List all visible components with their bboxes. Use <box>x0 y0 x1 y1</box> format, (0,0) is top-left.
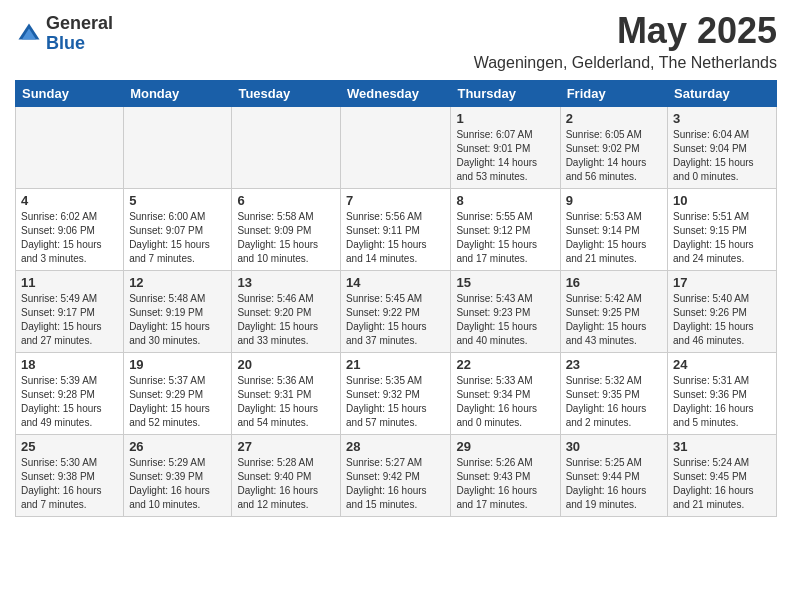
day-number: 27 <box>237 439 335 454</box>
day-number: 17 <box>673 275 771 290</box>
day-number: 2 <box>566 111 662 126</box>
day-info: Sunrise: 5:37 AM Sunset: 9:29 PM Dayligh… <box>129 374 226 430</box>
calendar-body: 1Sunrise: 6:07 AM Sunset: 9:01 PM Daylig… <box>16 107 777 517</box>
day-info: Sunrise: 5:33 AM Sunset: 9:34 PM Dayligh… <box>456 374 554 430</box>
day-number: 9 <box>566 193 662 208</box>
day-info: Sunrise: 5:31 AM Sunset: 9:36 PM Dayligh… <box>673 374 771 430</box>
calendar-week-1: 1Sunrise: 6:07 AM Sunset: 9:01 PM Daylig… <box>16 107 777 189</box>
day-number: 26 <box>129 439 226 454</box>
table-row: 31Sunrise: 5:24 AM Sunset: 9:45 PM Dayli… <box>668 435 777 517</box>
col-sunday: Sunday <box>16 81 124 107</box>
table-row: 2Sunrise: 6:05 AM Sunset: 9:02 PM Daylig… <box>560 107 667 189</box>
day-info: Sunrise: 5:45 AM Sunset: 9:22 PM Dayligh… <box>346 292 445 348</box>
logo: General Blue <box>15 14 113 54</box>
day-number: 22 <box>456 357 554 372</box>
title-block: May 2025 Wageningen, Gelderland, The Net… <box>474 10 777 72</box>
day-info: Sunrise: 5:27 AM Sunset: 9:42 PM Dayligh… <box>346 456 445 512</box>
day-info: Sunrise: 5:40 AM Sunset: 9:26 PM Dayligh… <box>673 292 771 348</box>
day-info: Sunrise: 6:02 AM Sunset: 9:06 PM Dayligh… <box>21 210 118 266</box>
day-number: 19 <box>129 357 226 372</box>
day-info: Sunrise: 6:07 AM Sunset: 9:01 PM Dayligh… <box>456 128 554 184</box>
day-info: Sunrise: 5:26 AM Sunset: 9:43 PM Dayligh… <box>456 456 554 512</box>
calendar-week-2: 4Sunrise: 6:02 AM Sunset: 9:06 PM Daylig… <box>16 189 777 271</box>
day-info: Sunrise: 5:39 AM Sunset: 9:28 PM Dayligh… <box>21 374 118 430</box>
calendar-week-5: 25Sunrise: 5:30 AM Sunset: 9:38 PM Dayli… <box>16 435 777 517</box>
day-info: Sunrise: 5:51 AM Sunset: 9:15 PM Dayligh… <box>673 210 771 266</box>
day-info: Sunrise: 6:04 AM Sunset: 9:04 PM Dayligh… <box>673 128 771 184</box>
table-row: 15Sunrise: 5:43 AM Sunset: 9:23 PM Dayli… <box>451 271 560 353</box>
table-row: 20Sunrise: 5:36 AM Sunset: 9:31 PM Dayli… <box>232 353 341 435</box>
table-row: 26Sunrise: 5:29 AM Sunset: 9:39 PM Dayli… <box>124 435 232 517</box>
day-info: Sunrise: 5:43 AM Sunset: 9:23 PM Dayligh… <box>456 292 554 348</box>
day-info: Sunrise: 5:42 AM Sunset: 9:25 PM Dayligh… <box>566 292 662 348</box>
col-tuesday: Tuesday <box>232 81 341 107</box>
table-row: 10Sunrise: 5:51 AM Sunset: 9:15 PM Dayli… <box>668 189 777 271</box>
day-info: Sunrise: 5:25 AM Sunset: 9:44 PM Dayligh… <box>566 456 662 512</box>
table-row: 28Sunrise: 5:27 AM Sunset: 9:42 PM Dayli… <box>341 435 451 517</box>
table-row: 17Sunrise: 5:40 AM Sunset: 9:26 PM Dayli… <box>668 271 777 353</box>
col-friday: Friday <box>560 81 667 107</box>
day-number: 29 <box>456 439 554 454</box>
table-row: 4Sunrise: 6:02 AM Sunset: 9:06 PM Daylig… <box>16 189 124 271</box>
table-row: 29Sunrise: 5:26 AM Sunset: 9:43 PM Dayli… <box>451 435 560 517</box>
day-info: Sunrise: 5:58 AM Sunset: 9:09 PM Dayligh… <box>237 210 335 266</box>
day-number: 12 <box>129 275 226 290</box>
day-number: 24 <box>673 357 771 372</box>
table-row: 7Sunrise: 5:56 AM Sunset: 9:11 PM Daylig… <box>341 189 451 271</box>
table-row: 12Sunrise: 5:48 AM Sunset: 9:19 PM Dayli… <box>124 271 232 353</box>
day-number: 1 <box>456 111 554 126</box>
day-number: 7 <box>346 193 445 208</box>
logo-blue: Blue <box>46 34 113 54</box>
logo-general: General <box>46 14 113 34</box>
table-row <box>16 107 124 189</box>
table-row: 9Sunrise: 5:53 AM Sunset: 9:14 PM Daylig… <box>560 189 667 271</box>
day-number: 14 <box>346 275 445 290</box>
table-row: 22Sunrise: 5:33 AM Sunset: 9:34 PM Dayli… <box>451 353 560 435</box>
day-info: Sunrise: 6:00 AM Sunset: 9:07 PM Dayligh… <box>129 210 226 266</box>
day-number: 20 <box>237 357 335 372</box>
day-number: 6 <box>237 193 335 208</box>
day-info: Sunrise: 5:35 AM Sunset: 9:32 PM Dayligh… <box>346 374 445 430</box>
table-row: 6Sunrise: 5:58 AM Sunset: 9:09 PM Daylig… <box>232 189 341 271</box>
calendar: Sunday Monday Tuesday Wednesday Thursday… <box>15 80 777 517</box>
day-number: 31 <box>673 439 771 454</box>
table-row: 30Sunrise: 5:25 AM Sunset: 9:44 PM Dayli… <box>560 435 667 517</box>
day-number: 5 <box>129 193 226 208</box>
location-title: Wageningen, Gelderland, The Netherlands <box>474 54 777 72</box>
table-row: 3Sunrise: 6:04 AM Sunset: 9:04 PM Daylig… <box>668 107 777 189</box>
day-info: Sunrise: 5:24 AM Sunset: 9:45 PM Dayligh… <box>673 456 771 512</box>
table-row: 19Sunrise: 5:37 AM Sunset: 9:29 PM Dayli… <box>124 353 232 435</box>
day-number: 11 <box>21 275 118 290</box>
day-number: 3 <box>673 111 771 126</box>
table-row: 27Sunrise: 5:28 AM Sunset: 9:40 PM Dayli… <box>232 435 341 517</box>
table-row: 13Sunrise: 5:46 AM Sunset: 9:20 PM Dayli… <box>232 271 341 353</box>
calendar-header: Sunday Monday Tuesday Wednesday Thursday… <box>16 81 777 107</box>
col-wednesday: Wednesday <box>341 81 451 107</box>
col-thursday: Thursday <box>451 81 560 107</box>
table-row <box>232 107 341 189</box>
day-number: 10 <box>673 193 771 208</box>
day-info: Sunrise: 5:32 AM Sunset: 9:35 PM Dayligh… <box>566 374 662 430</box>
day-info: Sunrise: 6:05 AM Sunset: 9:02 PM Dayligh… <box>566 128 662 184</box>
day-number: 8 <box>456 193 554 208</box>
table-row: 8Sunrise: 5:55 AM Sunset: 9:12 PM Daylig… <box>451 189 560 271</box>
table-row: 18Sunrise: 5:39 AM Sunset: 9:28 PM Dayli… <box>16 353 124 435</box>
day-info: Sunrise: 5:30 AM Sunset: 9:38 PM Dayligh… <box>21 456 118 512</box>
day-number: 23 <box>566 357 662 372</box>
table-row: 5Sunrise: 6:00 AM Sunset: 9:07 PM Daylig… <box>124 189 232 271</box>
table-row <box>341 107 451 189</box>
day-number: 15 <box>456 275 554 290</box>
day-number: 30 <box>566 439 662 454</box>
header: General Blue May 2025 Wageningen, Gelder… <box>15 10 777 72</box>
day-info: Sunrise: 5:48 AM Sunset: 9:19 PM Dayligh… <box>129 292 226 348</box>
table-row: 25Sunrise: 5:30 AM Sunset: 9:38 PM Dayli… <box>16 435 124 517</box>
day-info: Sunrise: 5:55 AM Sunset: 9:12 PM Dayligh… <box>456 210 554 266</box>
table-row: 23Sunrise: 5:32 AM Sunset: 9:35 PM Dayli… <box>560 353 667 435</box>
day-info: Sunrise: 5:46 AM Sunset: 9:20 PM Dayligh… <box>237 292 335 348</box>
table-row: 11Sunrise: 5:49 AM Sunset: 9:17 PM Dayli… <box>16 271 124 353</box>
col-monday: Monday <box>124 81 232 107</box>
day-number: 13 <box>237 275 335 290</box>
day-info: Sunrise: 5:36 AM Sunset: 9:31 PM Dayligh… <box>237 374 335 430</box>
logo-text: General Blue <box>46 14 113 54</box>
table-row: 1Sunrise: 6:07 AM Sunset: 9:01 PM Daylig… <box>451 107 560 189</box>
